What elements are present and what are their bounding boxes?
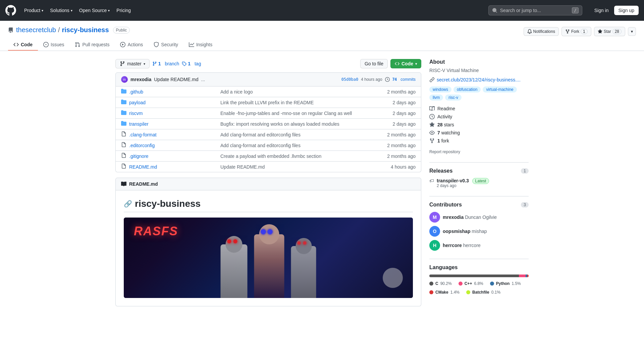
star-label: Star [604, 29, 611, 34]
file-age: 4 hours ago [375, 164, 416, 170]
file-name-cell[interactable]: payload [121, 99, 215, 106]
releases-title: Releases [429, 168, 452, 174]
tags-count: 1 [188, 61, 191, 66]
file-name-cell[interactable]: riscvm [121, 110, 215, 116]
folder-icon [121, 121, 126, 127]
tag-item[interactable]: windows [429, 86, 451, 93]
file-icon [121, 142, 126, 148]
readme-image: RASFS [124, 218, 413, 298]
lang-list-item[interactable]: CMake 1.4% [429, 290, 460, 295]
file-name-link[interactable]: .github [129, 89, 143, 95]
tab-code[interactable]: Code [8, 39, 38, 51]
lang-list-item[interactable]: C 90.2% [429, 281, 452, 286]
nav-search[interactable]: Search or jump to... / [488, 5, 582, 15]
table-row: riscvm Enable -fno-jump-tables and -mno-… [116, 108, 421, 119]
contributor-avatar: M [429, 212, 440, 223]
tag-item[interactable]: obfuscation [453, 86, 481, 93]
branch-icon [120, 61, 125, 66]
commit-author-link[interactable]: mrexodia [130, 77, 151, 82]
report-repo-link[interactable]: Report repository [429, 149, 460, 154]
go-to-file-button[interactable]: Go to file [360, 59, 388, 68]
signup-button[interactable]: Sign up [614, 6, 639, 15]
file-name-link[interactable]: .editorconfig [129, 143, 155, 148]
repo-owner-link[interactable]: thesecretclub [16, 26, 56, 34]
contributor-username-link[interactable]: oopsmishap [443, 229, 470, 234]
tag-item[interactable]: virtual-machine [483, 86, 517, 93]
release-details: transpiler-v0.3 Latest 2 days ago [437, 178, 489, 188]
code-button[interactable]: Code ▾ [390, 59, 421, 68]
fork-button[interactable]: Fork 1 [561, 27, 591, 36]
branch-meta-icon [152, 61, 157, 66]
activity-link[interactable]: Activity [437, 114, 452, 119]
releases-section: Releases 1 🏷 transpiler-v0.3 Latest 2 da… [429, 168, 529, 188]
file-name-cell[interactable]: transpiler [121, 121, 215, 127]
file-name-cell[interactable]: .github [121, 88, 215, 95]
readme-header: README.md [115, 178, 421, 190]
bell-icon [527, 29, 532, 34]
tab-actions[interactable]: Actions [115, 39, 148, 51]
tag-item[interactable]: risc-v [445, 95, 462, 101]
file-name-cell[interactable]: README.md [121, 164, 215, 170]
signin-button[interactable]: Sign in [592, 6, 611, 15]
file-name-link[interactable]: README.md [129, 164, 157, 170]
contributor-username-link[interactable]: mrexodia [443, 215, 464, 220]
file-name-cell[interactable]: .clang-format [121, 131, 215, 138]
file-name-link[interactable]: .clang-format [129, 132, 157, 137]
contributors-title: Contributors [429, 202, 462, 208]
table-row: transpiler Bugfix: import resolving work… [116, 119, 421, 129]
table-row: .clang-format Add clang-format and edito… [116, 129, 421, 140]
readme-icon [121, 181, 126, 187]
list-item: O oopsmishap mishap [429, 226, 529, 237]
forks-meta-item: 1 fork [429, 138, 529, 143]
contributor-username-link[interactable]: herrcore [443, 243, 462, 248]
branches-link[interactable]: 1 branch [152, 61, 179, 66]
readme-link[interactable]: Readme [437, 106, 455, 111]
commit-hash-link[interactable]: 05d0ba0 [341, 77, 359, 82]
nav-opensource[interactable]: Open Source ▾ [76, 6, 113, 15]
file-name-link[interactable]: riscvm [129, 111, 143, 116]
star-dropdown-button[interactable]: ▾ [628, 27, 636, 36]
tab-issues[interactable]: Issues [38, 39, 69, 51]
nav-pricing[interactable]: Pricing [114, 6, 133, 15]
tab-insights[interactable]: Insights [183, 39, 218, 51]
lang-list-item[interactable]: C++ 6.8% [459, 281, 483, 286]
lang-list-item[interactable]: Python 1.5% [490, 281, 521, 286]
watching-link[interactable]: 7 watching [437, 130, 460, 135]
notifications-button[interactable]: Notifications [524, 27, 559, 36]
file-name-cell[interactable]: .gitignore [121, 153, 215, 159]
repo-name-link[interactable]: riscy-business [62, 26, 109, 34]
readme-h1-link-icon[interactable]: 🔗 [124, 200, 132, 208]
lang-list-item[interactable]: Batchfile 0.1% [466, 290, 500, 295]
star-button[interactable]: Star 28 [594, 27, 625, 36]
stars-link[interactable]: 28 stars [437, 122, 454, 127]
list-item: M mrexodia Duncan Ogilvie [429, 212, 529, 223]
lang-name: CMake [435, 290, 448, 295]
commit-more-button[interactable]: ... [201, 77, 205, 82]
tab-nav: Code Issues Pull requests Actions Securi… [8, 39, 636, 51]
release-item: 🏷 transpiler-v0.3 Latest 2 days ago [429, 178, 529, 188]
chevron-down-icon: ▾ [71, 9, 72, 12]
file-name-cell[interactable]: .editorconfig [121, 142, 215, 148]
lang-name: Batchfile [472, 290, 489, 295]
nav-solutions[interactable]: Solutions ▾ [47, 6, 75, 15]
tag-item[interactable]: llvm [429, 95, 443, 101]
commit-avatar: m [121, 76, 128, 83]
lang-dot [466, 290, 470, 294]
readme-content: 🔗 riscy-business [115, 190, 421, 306]
nav-product[interactable]: Product ▾ [21, 6, 46, 15]
tab-pull-requests[interactable]: Pull requests [69, 39, 115, 51]
github-logo[interactable] [5, 5, 16, 16]
about-link[interactable]: secret.club/2023/12/24/riscy-business...… [429, 77, 529, 82]
file-name-link[interactable]: .gitignore [129, 154, 149, 159]
commit-history-link[interactable]: 74 commits [392, 77, 416, 82]
tags-link[interactable]: 1 tag [182, 61, 201, 66]
release-name-link[interactable]: transpiler-v0.3 [437, 178, 469, 183]
chevron-down-icon: ▾ [42, 9, 43, 12]
forks-link[interactable]: 1 fork [437, 138, 449, 143]
releases-header: Releases 1 [429, 168, 529, 174]
readme-h1: 🔗 riscy-business [124, 198, 413, 212]
branch-selector[interactable]: master ▾ [115, 59, 150, 68]
tab-security[interactable]: Security [148, 39, 183, 51]
file-name-link[interactable]: payload [129, 100, 146, 105]
file-name-link[interactable]: transpiler [129, 121, 149, 127]
